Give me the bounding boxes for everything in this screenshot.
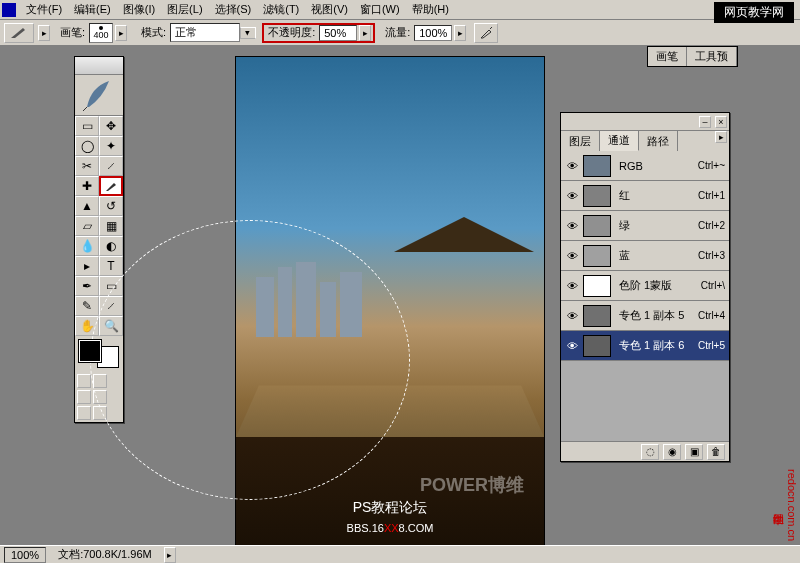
opacity-field[interactable]: 50% <box>319 25 357 41</box>
panel-controls: – × <box>561 113 729 131</box>
app-icon <box>2 3 16 17</box>
pen-tool[interactable]: ✒ <box>75 276 99 296</box>
menu-edit[interactable]: 编辑(E) <box>68 0 117 19</box>
mode-standard[interactable] <box>77 374 91 388</box>
zoom-tool[interactable]: 🔍 <box>99 316 123 336</box>
history-brush-tool[interactable]: ↺ <box>99 196 123 216</box>
tab-layers[interactable]: 图层 <box>561 131 600 151</box>
mode-label: 模式: <box>139 25 168 40</box>
screen-full-menu[interactable] <box>93 390 107 404</box>
channel-name: 绿 <box>615 218 694 233</box>
panel-menu-icon[interactable]: ▸ <box>715 131 727 143</box>
tab-brushes[interactable]: 画笔 <box>648 47 687 66</box>
menu-select[interactable]: 选择(S) <box>209 0 258 19</box>
channels-panel: – × 图层 通道 路径 ▸ 👁RGBCtrl+~👁红Ctrl+1👁绿Ctrl+… <box>560 112 730 462</box>
opacity-highlight: 不透明度: 50% <box>262 23 375 43</box>
tab-channels[interactable]: 通道 <box>600 131 639 151</box>
brush-tool[interactable] <box>99 176 123 196</box>
wand-tool[interactable]: ✦ <box>99 136 123 156</box>
toolbox-title[interactable] <box>75 57 123 75</box>
zoom-field[interactable]: 100% <box>4 547 46 563</box>
lasso-tool[interactable]: ◯ <box>75 136 99 156</box>
crop-tool[interactable]: ✂ <box>75 156 99 176</box>
brush-label: 画笔: <box>58 25 87 40</box>
svg-line-0 <box>83 107 87 111</box>
menu-help[interactable]: 帮助(H) <box>406 0 455 19</box>
visibility-icon[interactable]: 👁 <box>565 219 579 233</box>
visibility-icon[interactable]: 👁 <box>565 309 579 323</box>
marquee-tool[interactable]: ▭ <box>75 116 99 136</box>
menu-filter[interactable]: 滤镜(T) <box>257 0 305 19</box>
opacity-label: 不透明度: <box>266 25 317 40</box>
load-selection-icon[interactable]: ◌ <box>641 444 659 460</box>
stamp-tool[interactable]: ▲ <box>75 196 99 216</box>
tab-paths[interactable]: 路径 <box>639 131 678 151</box>
channel-name: 色阶 1蒙版 <box>615 278 697 293</box>
blur-tool[interactable]: 💧 <box>75 236 99 256</box>
gradient-tool[interactable]: ▦ <box>99 216 123 236</box>
eyedropper-tool[interactable]: ⟋ <box>99 296 123 316</box>
type-tool[interactable]: T <box>99 256 123 276</box>
channel-row[interactable]: 👁绿Ctrl+2 <box>561 211 729 241</box>
visibility-icon[interactable]: 👁 <box>565 279 579 293</box>
mode-dropdown[interactable] <box>240 27 256 39</box>
panel-footer: ◌ ◉ ▣ 🗑 <box>561 441 729 461</box>
airbrush-icon[interactable] <box>474 23 498 43</box>
channel-name: 蓝 <box>615 248 694 263</box>
dodge-tool[interactable]: ◐ <box>99 236 123 256</box>
screen-full[interactable] <box>77 406 91 420</box>
channel-row[interactable]: 👁专色 1 副本 6Ctrl+5 <box>561 331 729 361</box>
visibility-icon[interactable]: 👁 <box>565 159 579 173</box>
channel-name: RGB <box>615 160 694 172</box>
canvas-watermark-power: POWER博维 <box>420 473 524 497</box>
tool-preset-dropdown[interactable] <box>38 25 50 41</box>
opacity-dropdown[interactable] <box>359 25 371 41</box>
channel-row[interactable]: 👁红Ctrl+1 <box>561 181 729 211</box>
visibility-icon[interactable]: 👁 <box>565 249 579 263</box>
channel-row[interactable]: 👁专色 1 副本 5Ctrl+4 <box>561 301 729 331</box>
new-channel-icon[interactable]: ▣ <box>685 444 703 460</box>
menu-window[interactable]: 窗口(W) <box>354 0 406 19</box>
save-selection-icon[interactable]: ◉ <box>663 444 681 460</box>
status-menu[interactable] <box>164 547 176 563</box>
mode-field[interactable]: 正常 <box>170 23 240 42</box>
menu-layer[interactable]: 图层(L) <box>161 0 208 19</box>
channel-row[interactable]: 👁蓝Ctrl+3 <box>561 241 729 271</box>
brush-dropdown[interactable] <box>115 25 127 41</box>
hand-tool[interactable]: ✋ <box>75 316 99 336</box>
panel-min-icon[interactable]: – <box>699 116 711 128</box>
delete-channel-icon[interactable]: 🗑 <box>707 444 725 460</box>
doc-size: 文档:700.8K/1.96M <box>58 547 152 562</box>
channel-row[interactable]: 👁RGBCtrl+~ <box>561 151 729 181</box>
heal-tool[interactable]: ✚ <box>75 176 99 196</box>
shape-tool[interactable]: ▭ <box>99 276 123 296</box>
path-tool[interactable]: ▸ <box>75 256 99 276</box>
tab-toolpresets[interactable]: 工具预 <box>687 47 737 66</box>
visibility-icon[interactable]: 👁 <box>565 339 579 353</box>
channel-shortcut: Ctrl+2 <box>698 220 725 231</box>
jump-to[interactable] <box>93 406 107 420</box>
mode-quickmask[interactable] <box>93 374 107 388</box>
flow-dropdown[interactable] <box>454 25 466 41</box>
channel-shortcut: Ctrl+\ <box>701 280 725 291</box>
eraser-tool[interactable]: ▱ <box>75 216 99 236</box>
flow-field[interactable]: 100% <box>414 25 452 41</box>
color-swatch[interactable] <box>77 338 121 370</box>
brush-preview[interactable]: 400 <box>89 23 113 43</box>
menu-image[interactable]: 图像(I) <box>117 0 161 19</box>
side-watermark: redocn.com.cn 红动中国 <box>771 469 798 541</box>
screen-std[interactable] <box>77 390 91 404</box>
channel-shortcut: Ctrl+1 <box>698 190 725 201</box>
move-tool[interactable]: ✥ <box>99 116 123 136</box>
channel-row[interactable]: 👁色阶 1蒙版Ctrl+\ <box>561 271 729 301</box>
notes-tool[interactable]: ✎ <box>75 296 99 316</box>
toolbox: ▭ ✥ ◯ ✦ ✂ ⟋ ✚ ▲ ↺ ▱ ▦ 💧 ◐ ▸ T ✒ ▭ ✎ ⟋ ✋ … <box>74 56 124 423</box>
menu-file[interactable]: 文件(F) <box>20 0 68 19</box>
slice-tool[interactable]: ⟋ <box>99 156 123 176</box>
tool-preset-icon[interactable] <box>4 23 34 43</box>
fg-color[interactable] <box>79 340 101 362</box>
visibility-icon[interactable]: 👁 <box>565 189 579 203</box>
panel-close-icon[interactable]: × <box>715 116 727 128</box>
document-canvas[interactable]: POWER博维 PS教程论坛 BBS.16XX8.COM <box>235 56 545 548</box>
menu-view[interactable]: 视图(V) <box>305 0 354 19</box>
